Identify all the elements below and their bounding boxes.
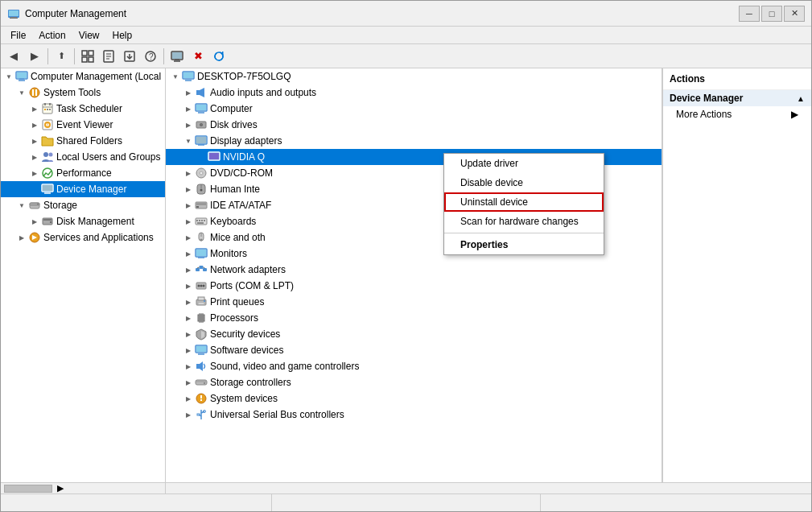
dev-software[interactable]: ▶ Software devices [166, 342, 662, 358]
up-button[interactable]: ⬆ [52, 47, 71, 66]
svg-point-50 [50, 221, 52, 223]
tree-disk-management[interactable]: ▶ Disk Management [1, 213, 165, 229]
dev-network[interactable]: ▶ Network adapters [166, 262, 662, 278]
back-button[interactable]: ◀ [4, 47, 23, 66]
middle-scroll-area [166, 483, 811, 493]
sound-label: Sound, video and game controllers [210, 361, 359, 372]
actions-header: Actions [663, 68, 811, 90]
audio-icon [195, 86, 208, 99]
svg-rect-80 [204, 220, 205, 221]
mice-expander: ▶ [182, 231, 195, 244]
keyboards-label: Keyboards [210, 216, 256, 227]
svg-rect-28 [35, 89, 37, 96]
nvidia-icon [208, 151, 221, 163]
performance-label: Performance [56, 167, 112, 179]
properties-toolbar-button[interactable] [99, 47, 118, 66]
dev-usb[interactable]: ▶ Universal Serial Bus controllers [166, 407, 662, 423]
disk-drives-label: Disk drives [210, 119, 258, 130]
ctx-properties[interactable]: Properties [444, 235, 604, 254]
device-manager-expander [28, 183, 41, 196]
svg-point-62 [200, 124, 202, 126]
status-1 [4, 494, 272, 511]
computer-button[interactable] [167, 47, 187, 66]
tree-services[interactable]: ▶ Services and Applications [1, 229, 165, 246]
tree-scroll-right[interactable]: ▶ [56, 483, 65, 493]
more-actions-label: More Actions [676, 109, 732, 120]
more-actions-arrow: ▶ [791, 109, 798, 120]
action-group-device-manager[interactable]: Device Manager ▲ [663, 90, 811, 106]
status-3 [541, 494, 808, 511]
computer-header-icon [182, 70, 195, 83]
tree-storage[interactable]: ▼ Storage [1, 197, 165, 213]
svg-point-100 [204, 300, 205, 302]
tree-local-users[interactable]: ▶ Local Users and Groups [1, 149, 165, 165]
window-controls: ─ □ ✕ [739, 6, 805, 22]
svg-rect-17 [172, 52, 182, 59]
tree-task-scheduler[interactable]: ▶ Task Scheduler [1, 101, 165, 117]
menu-action[interactable]: Action [32, 27, 72, 43]
main-window: Computer Management ─ □ ✕ File Action Vi… [0, 0, 812, 512]
tree-scrollbar-thumb[interactable] [4, 485, 52, 493]
dev-ports[interactable]: ▶ Ports (COM & LPT) [166, 278, 662, 294]
performance-icon [41, 167, 54, 180]
tree-scroll-area: ▶ [1, 483, 166, 493]
toolbar-sep-1 [47, 48, 48, 64]
tree-shared-folders[interactable]: ▶ Shared Folders [1, 133, 165, 149]
hid-icon [195, 183, 208, 196]
dev-print[interactable]: ▶ Print queues [166, 294, 662, 310]
system-icon [195, 392, 208, 405]
ctx-separator [444, 233, 604, 233]
minimize-button[interactable]: ─ [739, 6, 760, 22]
computer-header[interactable]: ▼ DESKTOP-7F5OLGQ [166, 68, 662, 85]
dev-sound[interactable]: ▶ Sound, video and game controllers [166, 358, 662, 374]
dev-security[interactable]: ▶ Security devices [166, 326, 662, 342]
ctx-uninstall-device[interactable]: Uninstall device [444, 192, 604, 212]
menu-file[interactable]: File [4, 27, 32, 43]
tree-system-tools[interactable]: ▼ System Tools [1, 85, 165, 101]
refresh-button[interactable] [209, 47, 229, 66]
tree-device-manager[interactable]: Device Manager [1, 181, 165, 197]
svg-point-94 [198, 285, 200, 287]
keyboards-icon [195, 215, 208, 228]
svg-text:!: ! [47, 122, 48, 127]
services-expander: ▶ [15, 231, 28, 244]
task-scheduler-label: Task Scheduler [56, 103, 122, 114]
dev-computer-icon [195, 102, 208, 115]
action-more-actions[interactable]: More Actions ▶ [663, 106, 811, 122]
ports-icon [195, 279, 208, 292]
delete-button[interactable]: ✖ [188, 47, 208, 66]
menu-view[interactable]: View [72, 27, 106, 43]
dev-storage[interactable]: ▶ Storage controllers [166, 374, 662, 390]
help-toolbar-button[interactable]: ? [141, 47, 160, 66]
export-button[interactable] [120, 47, 139, 66]
maximize-button[interactable]: □ [761, 6, 782, 22]
show-hide-button[interactable] [78, 47, 97, 66]
print-icon [195, 295, 208, 308]
ctx-update-driver[interactable]: Update driver [444, 154, 604, 173]
menu-help[interactable]: Help [106, 27, 139, 43]
usb-expander: ▶ [182, 408, 195, 421]
dvd-label: DVD/CD-ROM [210, 167, 273, 179]
tree-performance[interactable]: ▶ Performance [1, 165, 165, 181]
svg-point-39 [43, 152, 48, 157]
tree-root[interactable]: ▼ Computer Management (Local [1, 68, 165, 85]
close-button[interactable]: ✕ [784, 6, 805, 22]
svg-point-26 [30, 88, 39, 97]
dev-system[interactable]: ▶ System devices [166, 390, 662, 407]
dev-display-adapters[interactable]: ▼ Display adapters [166, 133, 662, 149]
ctx-disable-device[interactable]: Disable device [444, 173, 604, 192]
dev-audio[interactable]: ▶ Audio inputs and outputs [166, 85, 662, 101]
svg-text:?: ? [149, 52, 154, 61]
hid-expander: ▶ [182, 183, 195, 196]
tree-event-viewer[interactable]: ▶ ! Event Viewer [1, 117, 165, 133]
dev-processors[interactable]: ▶ Processors [166, 310, 662, 326]
dev-disk-drives[interactable]: ▶ Disk drives [166, 117, 662, 133]
computer-name: DESKTOP-7F5OLGQ [197, 71, 291, 82]
nvidia-label: NVIDIA Q [223, 151, 265, 163]
computer-header-expander: ▼ [169, 70, 182, 83]
dev-computer[interactable]: ▶ Computer [166, 101, 662, 117]
forward-button[interactable]: ▶ [25, 47, 44, 66]
ctx-scan-hardware[interactable]: Scan for hardware changes [444, 212, 604, 231]
usb-label: Universal Serial Bus controllers [210, 409, 344, 420]
security-icon [195, 328, 208, 341]
